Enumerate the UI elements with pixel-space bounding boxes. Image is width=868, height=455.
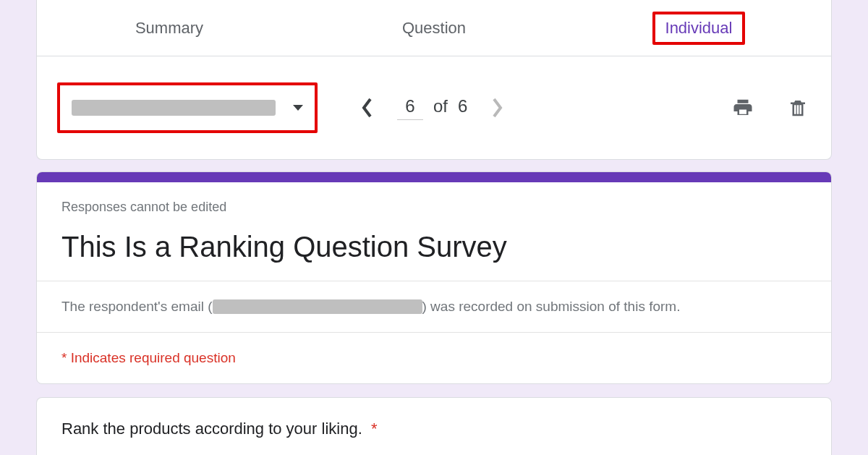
question-card: Rank the products according to your liki… xyxy=(36,397,832,455)
required-note-section: * Indicates required question xyxy=(37,333,831,383)
pager-of-label: of xyxy=(433,96,448,116)
previous-response-button[interactable] xyxy=(355,95,380,120)
tab-question[interactable]: Question xyxy=(302,0,566,56)
form-title: This Is a Ranking Question Survey xyxy=(61,231,807,263)
tab-summary[interactable]: Summary xyxy=(37,0,302,56)
respondent-email-value-masked xyxy=(213,299,422,314)
respondent-dropdown[interactable] xyxy=(57,82,318,133)
next-response-button[interactable] xyxy=(485,95,509,120)
respondent-email-section: The respondent's email ( ) was recorded … xyxy=(37,281,831,333)
chevron-down-icon xyxy=(293,105,303,111)
trash-icon xyxy=(787,97,809,119)
pager-total: 6 xyxy=(458,96,467,116)
chevron-left-icon xyxy=(361,97,374,119)
respondent-email-masked xyxy=(72,100,276,116)
email-prefix: The respondent's email ( xyxy=(61,299,213,315)
print-button[interactable] xyxy=(730,95,756,121)
question-text: Rank the products according to your liki… xyxy=(37,398,831,455)
required-asterisk: * xyxy=(371,420,378,438)
individual-controls: 6 of 6 xyxy=(37,56,831,159)
responses-panel: Summary Question Individual 6 of 6 xyxy=(36,0,832,160)
pager-text: 6 of 6 xyxy=(397,96,467,120)
tab-individual[interactable]: Individual xyxy=(566,0,831,56)
required-indicator-note: * Indicates required question xyxy=(61,350,807,366)
print-icon xyxy=(732,97,754,119)
response-actions xyxy=(730,95,811,121)
form-accent-bar xyxy=(37,172,831,182)
pager-current-input[interactable]: 6 xyxy=(397,96,423,120)
tabs-bar: Summary Question Individual xyxy=(37,0,831,56)
question-label: Rank the products according to your liki… xyxy=(61,420,362,438)
tab-individual-label: Individual xyxy=(652,12,746,45)
form-header-card: Responses cannot be edited This Is a Ran… xyxy=(36,171,832,384)
chevron-right-icon xyxy=(490,97,503,119)
delete-button[interactable] xyxy=(785,95,811,121)
respondent-email-line: The respondent's email ( ) was recorded … xyxy=(61,299,807,315)
form-header-section: Responses cannot be edited This Is a Ran… xyxy=(37,182,831,281)
responses-locked-note: Responses cannot be edited xyxy=(61,200,807,215)
email-suffix: ) was recorded on submission of this for… xyxy=(422,299,681,315)
response-pager: 6 of 6 xyxy=(355,95,509,120)
